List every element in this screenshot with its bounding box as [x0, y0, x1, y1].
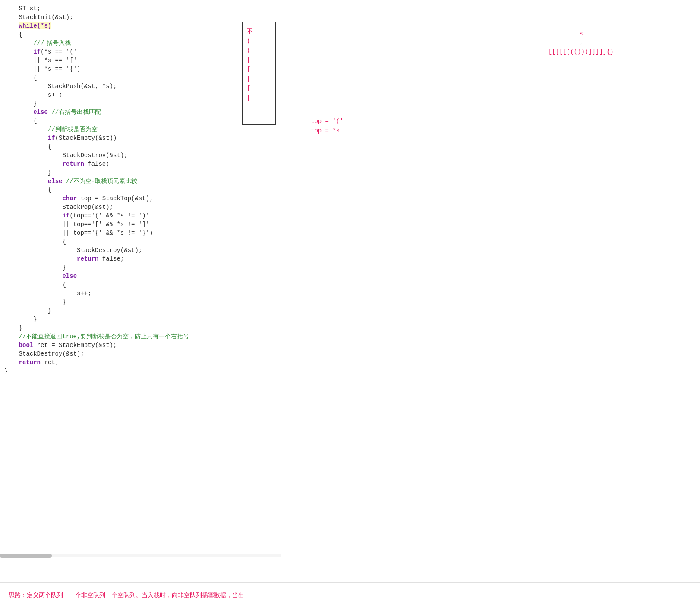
code-line: StackPop(&st); — [4, 203, 229, 211]
main-area: ST st; StackInit(&st); while(*s) { //左括号… — [0, 0, 700, 583]
code-line: } — [4, 324, 229, 332]
s-arrow: ↓ — [549, 38, 614, 47]
stack-item: [ — [247, 65, 253, 74]
code-line: } — [4, 263, 229, 272]
code-line: { — [4, 73, 229, 82]
s-content: [[[[[((()))]]]]]{} — [549, 48, 614, 55]
stack-item: 不 — [247, 27, 253, 36]
code-line: } — [4, 99, 229, 108]
code-line: if(StackEmpty(&st)) — [4, 134, 229, 142]
top-label-2: top = *s — [311, 126, 344, 135]
code-line: ST st; — [4, 4, 229, 13]
code-line: { — [4, 117, 229, 125]
stack-item: ( — [247, 36, 253, 46]
code-line: { — [4, 237, 229, 246]
code-line: //左括号入栈 — [4, 39, 229, 47]
code-line: } — [4, 306, 229, 315]
code-line: return false; — [4, 255, 229, 263]
code-line: { — [4, 280, 229, 289]
code-line: return ret; — [4, 358, 229, 367]
code-line: StackPush(&st, *s); — [4, 82, 229, 91]
code-line: else — [4, 272, 229, 280]
code-line: if(*s == '(' — [4, 47, 229, 56]
code-line: || top=='[' && *s != ']' — [4, 220, 229, 229]
code-line: //判断栈是否为空 — [4, 125, 229, 134]
s-label: s — [549, 30, 614, 37]
code-line: StackDestroy(&st); — [4, 151, 229, 160]
stack-items: 不 ( ( [ [ [ [ [ — [247, 27, 253, 103]
code-line: || *s == '{') — [4, 65, 229, 73]
stack-item: [ — [247, 55, 253, 65]
code-line: s++; — [4, 91, 229, 99]
stack-item: [ — [247, 84, 253, 93]
stack-item: [ — [247, 74, 253, 84]
code-line-while: while(*s) — [4, 22, 229, 30]
code-panel: ST st; StackInit(&st); while(*s) { //左括号… — [4, 4, 229, 375]
keyword-if: if — [48, 135, 55, 142]
top-label-1: top = '(' — [311, 117, 344, 126]
code-line: s++; — [4, 289, 229, 298]
footer-text: 思路：定义两个队列，一个非空队列一个空队列。当入栈时，向非空队列插塞数据，当出 — [9, 592, 244, 599]
stack-item: [ — [247, 93, 253, 103]
code-line: } — [4, 315, 229, 324]
code-line: StackDestroy(&st); — [4, 246, 229, 255]
code-line: { — [4, 142, 229, 151]
code-line: //不能直接返回true,要判断栈是否为空，防止只有一个右括号 — [4, 332, 229, 341]
code-line: { — [4, 186, 229, 194]
while-keyword: while(*s) — [19, 22, 52, 29]
code-line: return false; — [4, 160, 229, 168]
code-line: { — [4, 30, 229, 39]
horizontal-scrollbar[interactable] — [0, 554, 281, 557]
footer-bar: 思路：定义两个队列，一个非空队列一个空队列。当入栈时，向非空队列插塞数据，当出 — [0, 583, 700, 608]
code-line: char top = StackTop(&st); — [4, 194, 229, 203]
code-line: } — [4, 367, 229, 375]
code-line: StackInit(&st); — [4, 13, 229, 22]
code-line: StackDestroy(&st); — [4, 350, 229, 358]
code-line: } — [4, 298, 229, 306]
code-line: || *s == '[' — [4, 56, 229, 65]
code-line: else //不为空-取栈顶元素比较 — [4, 177, 229, 186]
keyword-if: if — [33, 48, 41, 55]
top-labels: top = '(' top = *s — [311, 117, 344, 135]
keyword-else: else — [33, 109, 48, 116]
code-line: } — [4, 168, 229, 177]
code-line: || top=='{' && *s != '}') — [4, 229, 229, 237]
code-line: else //右括号出栈匹配 — [4, 108, 229, 117]
stack-box: 不 ( ( [ [ [ [ [ — [242, 22, 276, 125]
code-line: bool ret = StackEmpty(&st); — [4, 341, 229, 350]
scrollbar-thumb[interactable] — [0, 554, 52, 558]
code-line: if(top=='(' && *s != ')' — [4, 211, 229, 220]
stack-item: ( — [247, 46, 253, 55]
s-visual: s ↓ [[[[[((()))]]]]]{} — [549, 30, 614, 55]
